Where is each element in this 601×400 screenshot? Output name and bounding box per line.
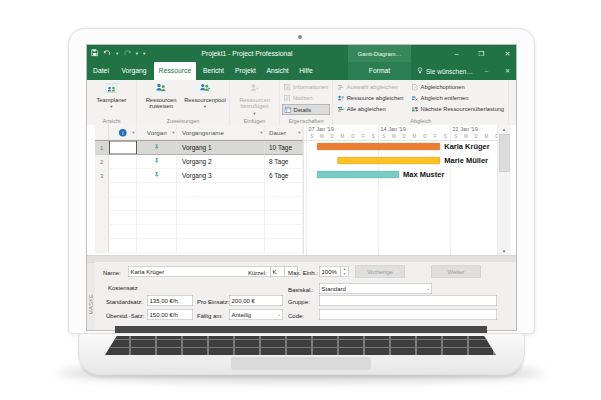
abgleich-entfernen-button[interactable]: Abgleich entfernen (410, 93, 506, 103)
group-label-zuweisungen: Zuweisungen (139, 117, 227, 125)
tab-datei[interactable]: Datei (90, 62, 112, 80)
info-cell[interactable] (109, 141, 137, 155)
gantt-bar[interactable] (317, 171, 399, 178)
column-header-vorgangsname[interactable]: Vorgangsname ▾ (177, 125, 265, 140)
tab-projekt[interactable]: Projekt (232, 62, 259, 80)
task-mode-cell[interactable] (137, 169, 177, 183)
details-button[interactable]: Details (282, 104, 330, 115)
task-name-cell[interactable]: Vorgang 1 (177, 141, 265, 155)
filter-arrow-icon[interactable]: ▾ (260, 125, 262, 140)
minimize-button[interactable]: – (448, 45, 465, 62)
undo-dropdown-icon[interactable]: ▾ (116, 51, 118, 56)
ressource-abgleichen-button[interactable]: Ressource abgleichen (336, 93, 406, 103)
tab-ansicht[interactable]: Ansicht (264, 62, 291, 80)
tell-me-box[interactable]: Sie wünschen… (417, 62, 473, 80)
tab-ressource[interactable]: Ressource (154, 62, 196, 80)
gantt-bar-resource-label: Karla Krüger (444, 142, 489, 152)
undo-icon[interactable] (104, 49, 112, 58)
task-name-cell[interactable]: Vorgang 2 (177, 155, 265, 169)
chevron-down-icon: ▾ (110, 104, 112, 109)
scrollbar-thumb[interactable] (499, 134, 510, 172)
standardsatz-field[interactable]: 135,00 €/h (147, 295, 193, 306)
info-cell[interactable] (109, 155, 137, 169)
tab-format[interactable]: Format (348, 62, 411, 80)
notizen-button[interactable]: Notizen (282, 93, 330, 103)
pro-einsatz-field[interactable]: 200,00 € (229, 295, 283, 306)
tab-bericht[interactable]: Bericht (201, 62, 226, 80)
auswahl-abgleichen-button[interactable]: Auswahl abgleichen (336, 82, 406, 92)
abgleich-entfernen-label: Abgleich entfernen (421, 95, 469, 101)
pushpin-icon (154, 169, 161, 183)
ressourcen-hinzufuegen-button[interactable]: Ressourcen hinzufügen ▾ (233, 82, 277, 115)
redo-dropdown-icon[interactable]: ▾ (136, 51, 138, 56)
timescale-day-label: M (461, 133, 471, 140)
chevron-down-icon: ⌄ (426, 284, 430, 294)
filter-arrow-icon[interactable]: ▾ (172, 125, 174, 140)
empty-row[interactable] (95, 225, 303, 239)
timescale-day-label: S (379, 133, 389, 140)
vertical-scrollbar[interactable]: ▲ ▼ (497, 125, 511, 255)
empty-row[interactable] (95, 183, 303, 197)
empty-row[interactable] (95, 197, 303, 211)
scroll-up-icon[interactable]: ▲ (498, 125, 511, 133)
close-button[interactable]: ✕ (499, 45, 516, 62)
gantt-pane[interactable]: 07 Jan '19SMDMDFS14 Jan '19SMDMDFS21 Jan… (303, 125, 498, 255)
customize-quick-access-icon[interactable]: ▾ (143, 51, 145, 56)
table-row[interactable]: 3 Vorgang 3 6 Tage (95, 169, 303, 183)
column-header-dauer[interactable]: Dauer ▾ (265, 125, 303, 140)
column-header-info[interactable]: i ▾ (109, 125, 137, 140)
task-mode-cell[interactable] (137, 155, 177, 169)
chevron-down-icon: ▾ (204, 104, 206, 109)
gantt-bar[interactable] (337, 157, 440, 164)
info-cell[interactable] (109, 169, 137, 183)
task-duration-cell[interactable]: 8 Tage (265, 155, 303, 169)
row-number[interactable]: 1 (95, 141, 109, 155)
ribbon: Teamplaner ▾ Ansicht Ressourcen zuweisen (87, 80, 516, 126)
faellig-am-select[interactable]: Anteilig ⌄ (229, 309, 283, 320)
scroll-down-icon[interactable]: ▼ (498, 247, 511, 255)
select-all-corner[interactable] (95, 125, 109, 140)
redo-icon[interactable] (123, 49, 131, 58)
filter-arrow-icon[interactable]: ▾ (298, 125, 300, 140)
ressourcenpool-button[interactable]: Ressourcenpool ▾ (183, 82, 227, 109)
save-icon[interactable] (91, 49, 99, 59)
timescale-week-label: 07 Jan '19 (307, 126, 334, 132)
ueberstd-satz-field[interactable]: 150,00 €/h (147, 309, 193, 320)
column-header-vorgangsmodus[interactable]: Vorgan ▾ (137, 125, 177, 140)
table-row[interactable]: 2 Vorgang 2 8 Tage (95, 155, 303, 169)
gantt-view: i ▾ Vorgan ▾ Vorgangsname ▾ Dauer ▾ (87, 125, 516, 255)
naechste-ressourcenueberlastung-button[interactable]: Nächste Ressourcenüberlastung (410, 104, 506, 114)
row-number[interactable]: 3 (95, 169, 109, 183)
timescale-week-label: 14 Jan '19 (379, 126, 406, 132)
task-duration-cell[interactable]: 10 Tage (265, 141, 303, 155)
basiskalender-select[interactable]: Standard ⌄ (319, 283, 432, 294)
informationen-button[interactable]: i Informationen (282, 82, 330, 92)
previous-button[interactable]: Vorherige (355, 266, 405, 278)
gantt-bar[interactable] (317, 143, 440, 150)
teamplaner-button[interactable]: Teamplaner ▾ (90, 82, 134, 109)
kuerzel-field[interactable]: K (270, 266, 285, 277)
filter-arrow-icon[interactable]: ▾ (132, 125, 134, 140)
table-row[interactable]: 1 Vorgang 1 10 Tage (95, 141, 303, 155)
maximize-button[interactable]: ❐ (473, 45, 490, 62)
empty-row[interactable] (95, 239, 303, 253)
ressourcen-zuweisen-button[interactable]: Ressourcen zuweisen (139, 82, 183, 109)
next-button[interactable]: Weiter (431, 266, 481, 278)
max-einheiten-field[interactable]: 100% (319, 266, 341, 277)
empty-row[interactable] (95, 211, 303, 225)
alle-abgleichen-button[interactable]: Alle abgleichen (336, 104, 406, 114)
doc-close-icon[interactable]: ✕ (501, 62, 514, 80)
gruppe-field[interactable] (319, 295, 497, 306)
row-number[interactable]: 2 (95, 155, 109, 169)
abgleichoptionen-button[interactable]: Abgleichoptionen (410, 82, 506, 92)
task-duration-cell[interactable]: 6 Tage (265, 169, 303, 183)
doc-minimize-icon[interactable]: – (480, 62, 493, 80)
ressourcen-zuweisen-label: Ressourcen zuweisen (139, 96, 183, 109)
ribbon-group-eigenschaften: i Informationen Notizen (280, 80, 334, 125)
tab-hilfe[interactable]: Hilfe (295, 62, 317, 80)
tab-vorgang[interactable]: Vorgang (118, 62, 150, 80)
code-field[interactable] (319, 309, 497, 320)
task-name-cell[interactable]: Vorgang 3 (177, 169, 265, 183)
task-mode-cell[interactable] (137, 141, 177, 155)
max-einheiten-spinner[interactable]: ▴▾ (341, 266, 349, 277)
